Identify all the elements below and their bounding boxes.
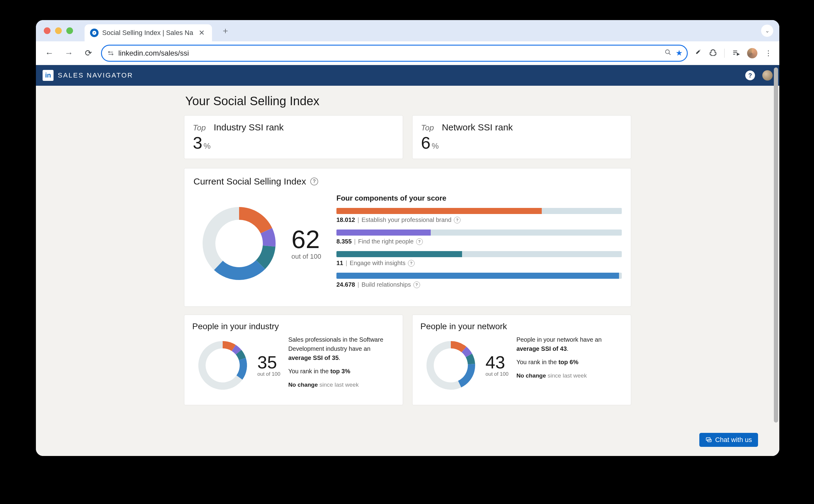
component-label: 11 | Engage with insights ? <box>336 260 622 267</box>
component-name: Build relationships <box>361 281 411 288</box>
no-change-label: No change <box>517 372 546 379</box>
page-title: Your Social Selling Index <box>185 94 631 108</box>
browser-window: Social Selling Index | Sales Na ✕ ＋ ⌄ ← … <box>36 20 779 456</box>
help-tooltip-icon[interactable]: ? <box>416 238 423 245</box>
ssi-card: Current Social Selling Index ? 62 out of… <box>184 168 631 307</box>
network-score: 43 <box>486 354 509 371</box>
component-bar-fill <box>336 251 462 257</box>
browser-tab[interactable]: Social Selling Index | Sales Na ✕ <box>85 24 212 41</box>
donut-segment <box>239 207 272 233</box>
no-change-label: No change <box>288 381 318 388</box>
component-label: 18.012 | Establish your professional bra… <box>336 216 622 223</box>
text-bold: top 3% <box>330 368 350 375</box>
minimize-window-button[interactable] <box>55 27 62 34</box>
ssi-heading: Current Social Selling Index <box>193 176 306 187</box>
network-out-of: out of 100 <box>486 371 509 377</box>
network-rank-number: 6 <box>421 133 431 152</box>
component-value: 18.012 <box>336 216 355 223</box>
profile-avatar-button[interactable] <box>747 48 757 58</box>
tab-overflow-button[interactable]: ⌄ <box>761 25 773 37</box>
industry-out-of: out of 100 <box>257 371 280 377</box>
industry-compare-card: People in your industry 35 out of 100 Sa… <box>184 315 403 405</box>
since-label: since last week <box>548 372 587 379</box>
component-bar-fill <box>336 208 542 214</box>
industry-rank-card: Top Industry SSI rank 3% <box>184 115 403 159</box>
rank-row: Top Industry SSI rank 3% Top Network SSI… <box>184 115 631 159</box>
chrome-action-icons: ⋮ <box>694 48 773 58</box>
component-bar <box>336 208 622 214</box>
help-tooltip-icon[interactable]: ? <box>310 178 318 185</box>
component-bar <box>336 251 622 257</box>
close-window-button[interactable] <box>44 27 50 34</box>
user-avatar[interactable] <box>762 70 773 81</box>
ssi-component: 11 | Engage with insights ? <box>336 251 622 267</box>
scrollbar-thumb[interactable] <box>774 67 778 423</box>
svg-point-4 <box>666 50 670 54</box>
site-settings-icon[interactable] <box>107 50 114 57</box>
component-bar-fill <box>336 273 619 279</box>
main-content: Your Social Selling Index Top Industry S… <box>184 86 631 417</box>
industry-donut-chart <box>192 335 253 396</box>
component-bar <box>336 230 622 236</box>
donut-segment <box>236 358 247 380</box>
percent-suffix: % <box>203 141 210 150</box>
close-tab-button[interactable]: ✕ <box>197 29 206 37</box>
tab-strip: Social Selling Index | Sales Na ✕ ＋ ⌄ <box>36 20 779 41</box>
chat-button-label: Chat with us <box>715 436 752 444</box>
network-compare-heading: People in your network <box>421 322 623 331</box>
component-bar-fill <box>336 230 431 236</box>
eyedropper-icon[interactable] <box>694 49 702 58</box>
help-button[interactable]: ? <box>745 71 755 80</box>
ssi-donut-chart <box>193 198 285 289</box>
ssi-component: 8.355 | Find the right people ? <box>336 230 622 245</box>
component-value: 24.678 <box>336 281 355 288</box>
text-fragment: People in your network have an <box>517 336 602 343</box>
text-bold: average SSI of 43 <box>517 345 567 352</box>
component-label: 24.678 | Build relationships ? <box>336 281 622 288</box>
ssi-score: 62 <box>291 226 321 252</box>
component-name: Establish your professional brand <box>361 216 452 223</box>
reload-button[interactable]: ⟳ <box>81 47 95 60</box>
extensions-icon[interactable] <box>709 49 717 58</box>
text-bold: top 6% <box>559 359 579 365</box>
network-rank-value: 6% <box>421 134 622 151</box>
page-viewport: in SALES NAVIGATOR ? Your Social Selling… <box>36 65 779 456</box>
back-button[interactable]: ← <box>43 47 56 60</box>
ssi-component: 18.012 | Establish your professional bra… <box>336 208 622 223</box>
help-tooltip-icon[interactable]: ? <box>454 217 461 223</box>
help-tooltip-icon[interactable]: ? <box>414 281 420 288</box>
ssi-out-of: out of 100 <box>291 253 321 261</box>
forward-button[interactable]: → <box>62 47 75 60</box>
address-bar[interactable]: linkedin.com/sales/ssi ★ <box>101 45 688 62</box>
chrome-menu-button[interactable]: ⋮ <box>765 49 773 57</box>
compass-icon <box>90 29 99 37</box>
scrollbar[interactable] <box>774 67 778 454</box>
component-name: Find the right people <box>358 238 414 245</box>
maximize-window-button[interactable] <box>66 27 73 34</box>
linkedin-navbar: in SALES NAVIGATOR ? <box>36 65 779 86</box>
linkedin-logo-icon[interactable]: in <box>43 70 54 81</box>
component-value: 11 <box>336 260 343 267</box>
industry-compare-heading: People in your industry <box>192 322 395 331</box>
component-value: 8.355 <box>336 238 351 245</box>
help-tooltip-icon[interactable]: ? <box>408 260 415 267</box>
svg-point-0 <box>109 51 110 53</box>
bookmark-star-icon[interactable]: ★ <box>676 48 683 58</box>
donut-segment <box>458 364 475 387</box>
svg-line-5 <box>669 53 671 55</box>
industry-compare-text: Sales professionals in the Software Deve… <box>288 335 395 394</box>
svg-point-2 <box>112 54 113 55</box>
text-fragment: You rank in the <box>288 368 330 375</box>
component-bar <box>336 273 622 279</box>
network-donut-chart <box>421 335 481 396</box>
component-label: 8.355 | Find the right people ? <box>336 238 622 245</box>
new-tab-button[interactable]: ＋ <box>216 25 234 36</box>
toolbar-divider <box>724 49 725 58</box>
url-text: linkedin.com/sales/ssi <box>118 49 660 57</box>
chat-with-us-button[interactable]: Chat with us <box>699 433 758 447</box>
ssi-component: 24.678 | Build relationships ? <box>336 273 622 288</box>
network-compare-text: People in your network have an average S… <box>517 335 623 385</box>
ssi-donut-area: 62 out of 100 <box>193 193 324 294</box>
media-icon[interactable] <box>732 49 740 58</box>
zoom-icon[interactable] <box>665 49 671 57</box>
